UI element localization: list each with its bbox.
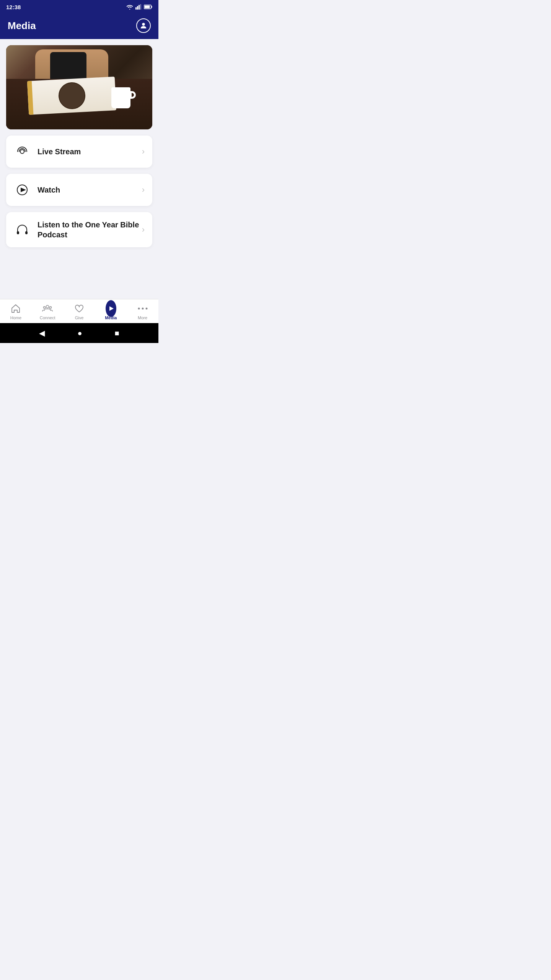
podcast-label: Listen to the One Year Bible Podcast <box>37 220 142 240</box>
svg-point-18 <box>142 308 143 310</box>
svg-rect-11 <box>17 231 19 234</box>
svg-point-17 <box>138 308 140 310</box>
nav-home[interactable]: Home <box>0 303 32 320</box>
svg-rect-1 <box>137 6 138 10</box>
give-icon <box>74 303 85 314</box>
more-icon <box>137 303 148 314</box>
android-navigation: ◀ ● ■ <box>0 323 158 343</box>
svg-point-8 <box>20 150 24 154</box>
svg-rect-2 <box>139 5 140 10</box>
svg-point-15 <box>50 307 52 309</box>
nav-give-label: Give <box>75 315 84 320</box>
svg-rect-3 <box>140 4 141 10</box>
watch-chevron: › <box>142 185 145 195</box>
svg-marker-16 <box>109 306 114 311</box>
podcast-left: Listen to the One Year Bible Podcast <box>14 220 142 240</box>
svg-rect-12 <box>25 231 28 234</box>
headphones-icon <box>14 221 31 238</box>
page-title: Media <box>8 20 36 32</box>
hero-image <box>6 45 152 129</box>
home-icon <box>10 303 21 314</box>
watch-label: Watch <box>37 186 60 194</box>
play-icon <box>14 181 31 198</box>
svg-point-19 <box>145 308 147 310</box>
recents-button[interactable]: ■ <box>114 329 119 338</box>
svg-rect-5 <box>145 6 150 8</box>
svg-rect-0 <box>135 7 137 10</box>
bottom-navigation: Home Connect Give <box>0 299 158 323</box>
battery-icon <box>144 5 152 9</box>
back-button[interactable]: ◀ <box>39 328 45 338</box>
broadcast-icon <box>14 143 31 160</box>
svg-point-14 <box>44 307 46 309</box>
nav-media[interactable]: Media <box>95 303 127 320</box>
media-icon <box>106 303 116 314</box>
connect-icon <box>42 303 53 314</box>
watch-card[interactable]: Watch › <box>6 174 152 206</box>
avatar-button[interactable] <box>136 18 151 33</box>
live-stream-left: Live Stream <box>14 143 81 160</box>
app-header: Media <box>0 14 158 39</box>
home-button[interactable]: ● <box>77 329 82 338</box>
status-time: 12:38 <box>6 4 21 10</box>
nav-connect-label: Connect <box>40 315 55 320</box>
podcast-card[interactable]: Listen to the One Year Bible Podcast › <box>6 212 152 247</box>
live-stream-card[interactable]: Live Stream › <box>6 136 152 168</box>
signal-icon <box>135 4 142 10</box>
nav-home-label: Home <box>10 315 21 320</box>
svg-rect-6 <box>152 6 152 8</box>
svg-point-7 <box>142 23 145 26</box>
nav-media-label: Media <box>105 315 117 320</box>
status-icons <box>126 4 152 10</box>
user-icon <box>139 21 148 30</box>
main-content: Live Stream › Watch › <box>0 39 158 299</box>
nav-more-label: More <box>138 315 147 320</box>
nav-connect[interactable]: Connect <box>32 303 64 320</box>
nav-more[interactable]: More <box>127 303 158 320</box>
watch-left: Watch <box>14 181 60 198</box>
nav-give[interactable]: Give <box>64 303 95 320</box>
svg-point-13 <box>46 305 49 308</box>
wifi-icon <box>126 4 133 10</box>
status-bar: 12:38 <box>0 0 158 14</box>
live-stream-chevron: › <box>142 147 145 157</box>
svg-marker-10 <box>21 188 26 192</box>
podcast-chevron: › <box>142 225 145 235</box>
live-stream-label: Live Stream <box>37 147 81 156</box>
